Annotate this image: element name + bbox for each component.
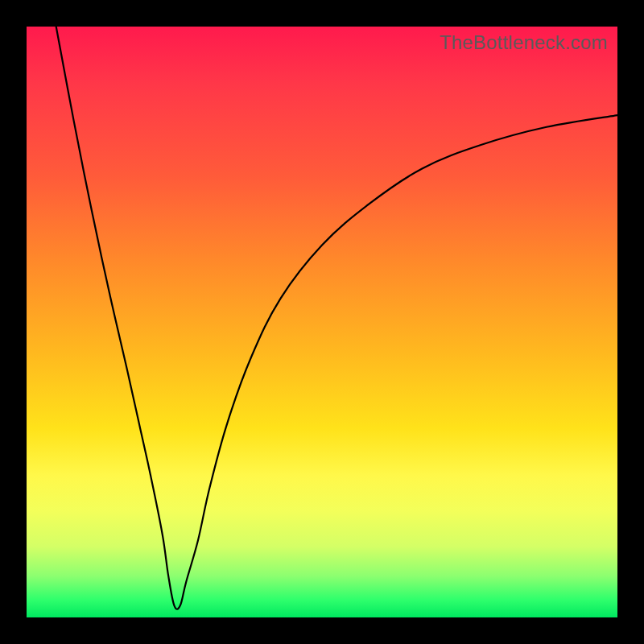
chart-frame: TheBottleneck.com [0, 0, 644, 644]
sample-marker [191, 539, 192, 554]
sample-marker [211, 433, 214, 447]
curve-svg [27, 27, 617, 617]
sample-marker [147, 439, 150, 453]
sample-marker [194, 516, 196, 530]
bottleneck-curve [56, 27, 617, 609]
sample-marker [200, 486, 203, 501]
plot-area: TheBottleneck.com [27, 27, 617, 617]
sample-markers [140, 410, 221, 611]
sample-marker [205, 456, 208, 471]
sample-marker [217, 410, 220, 424]
